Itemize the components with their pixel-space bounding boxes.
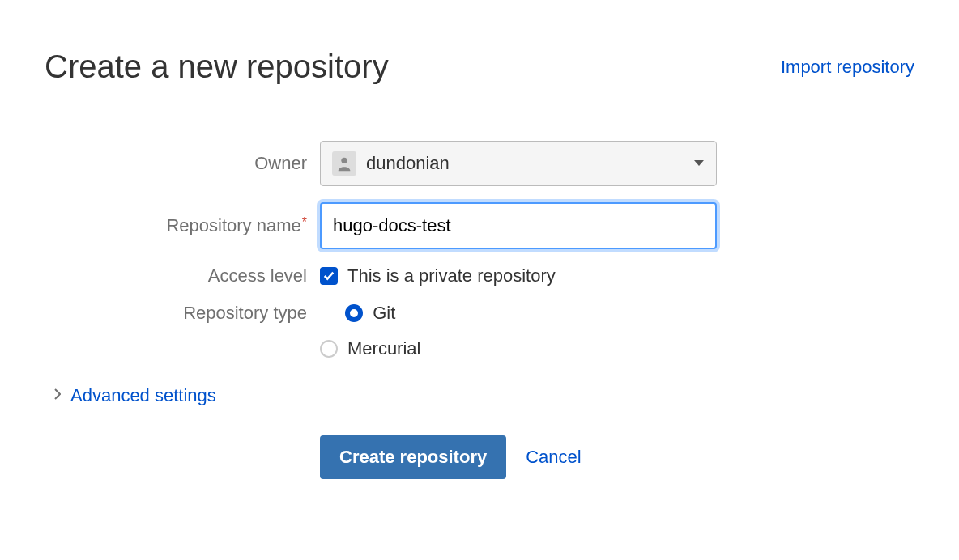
repo-name-label: Repository name* bbox=[45, 215, 320, 236]
private-checkbox-label: This is a private repository bbox=[347, 265, 556, 286]
button-row: Create repository Cancel bbox=[45, 435, 914, 479]
private-checkbox[interactable] bbox=[320, 267, 338, 285]
owner-row: Owner dundonian bbox=[45, 141, 914, 186]
page-title: Create a new repository bbox=[45, 49, 389, 85]
access-level-label: Access level bbox=[45, 265, 320, 286]
repo-name-row: Repository name* bbox=[45, 202, 914, 249]
required-indicator: * bbox=[302, 215, 307, 229]
caret-down-icon bbox=[693, 156, 705, 171]
create-repository-button[interactable]: Create repository bbox=[320, 435, 506, 479]
owner-label: Owner bbox=[45, 153, 320, 174]
chevron-right-icon bbox=[54, 388, 61, 403]
owner-select[interactable]: dundonian bbox=[320, 141, 717, 186]
repo-type-label: Repository type bbox=[45, 303, 320, 324]
avatar-icon bbox=[332, 151, 356, 176]
radio-mercurial-label: Mercurial bbox=[347, 338, 420, 359]
radio-git[interactable] bbox=[345, 304, 363, 322]
radio-item-git[interactable]: Git bbox=[345, 303, 395, 324]
access-level-row: Access level This is a private repositor… bbox=[45, 265, 914, 286]
advanced-settings-toggle[interactable]: Advanced settings bbox=[45, 385, 914, 406]
radio-item-mercurial[interactable]: Mercurial bbox=[320, 338, 420, 359]
repo-name-input[interactable] bbox=[320, 202, 717, 249]
import-repository-link[interactable]: Import repository bbox=[781, 57, 914, 78]
owner-value: dundonian bbox=[366, 153, 450, 174]
radio-git-label: Git bbox=[373, 303, 395, 324]
page-header: Create a new repository Import repositor… bbox=[45, 49, 914, 108]
advanced-settings-label: Advanced settings bbox=[70, 385, 216, 406]
repo-type-row: Repository type Git Mercurial bbox=[45, 303, 914, 359]
radio-mercurial[interactable] bbox=[320, 340, 338, 358]
cancel-link[interactable]: Cancel bbox=[526, 447, 581, 468]
svg-point-0 bbox=[341, 158, 347, 163]
